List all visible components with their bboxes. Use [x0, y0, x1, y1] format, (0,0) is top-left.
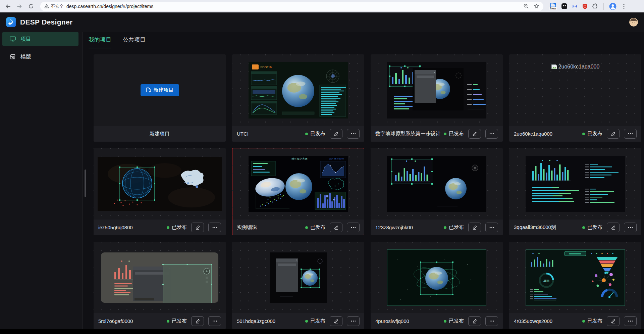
- user-avatar[interactable]: [629, 18, 638, 27]
- edit-button[interactable]: [191, 223, 204, 232]
- new-project-area: 新建项目: [94, 54, 226, 126]
- more-button[interactable]: [347, 223, 360, 232]
- project-card[interactable]: 25% 4r035uowqs2000 已发布: [509, 242, 641, 329]
- card-footer: 3qqaall3m36000测 已发布: [509, 220, 641, 235]
- project-card[interactable]: 4puroslwfjq000 已发布: [371, 242, 503, 329]
- browser-reload-button[interactable]: [26, 2, 36, 11]
- edit-button[interactable]: [191, 316, 204, 326]
- edit-button[interactable]: [468, 223, 481, 232]
- edit-pencil-icon: [334, 225, 339, 230]
- new-project-button[interactable]: 新建项目: [141, 84, 179, 96]
- status-badge: 已发布: [305, 224, 325, 231]
- extensions-puzzle-icon[interactable]: [592, 3, 598, 9]
- more-dots-icon: [489, 133, 494, 135]
- project-card[interactable]: iez505g6q0800 已发布: [94, 148, 226, 235]
- address-bar[interactable]: 不安全 desp.casearth.cn/designer/#/project/…: [40, 2, 543, 11]
- more-button[interactable]: [624, 129, 637, 139]
- more-dots-icon: [489, 227, 494, 228]
- browser-back-button[interactable]: [3, 2, 13, 11]
- project-name: 实例编辑: [237, 224, 303, 231]
- project-thumbnail: [371, 148, 503, 220]
- edit-button[interactable]: [330, 129, 342, 139]
- new-project-card[interactable]: 新建项目 新建项目: [94, 54, 226, 142]
- more-dots-icon: [212, 227, 217, 228]
- store-icon: [10, 54, 16, 59]
- project-card[interactable]: 数字地球原型系统第一步设计 已发布: [371, 54, 503, 142]
- more-button[interactable]: [485, 316, 498, 326]
- sidebar-item-label: 项目: [20, 36, 31, 43]
- reload-icon: [28, 3, 34, 9]
- project-card[interactable]: 5rxl7o6gaf0000 已发布: [94, 242, 226, 329]
- extension-new-tab[interactable]: New: [549, 3, 557, 10]
- more-dots-icon: [628, 133, 633, 135]
- status-badge: 已发布: [167, 318, 187, 324]
- more-button[interactable]: [208, 223, 221, 232]
- more-button[interactable]: [347, 316, 360, 326]
- edit-button[interactable]: [330, 316, 342, 326]
- toolbar-separator: [603, 3, 604, 10]
- published-dot-icon: [305, 320, 308, 323]
- project-name: 数字地球原型系统第一步设计: [375, 131, 441, 137]
- edit-button[interactable]: [468, 316, 481, 326]
- project-card[interactable]: 2uo60kc1aqa000 2uo60kc1aqa000 已发布: [509, 54, 641, 142]
- security-label: 不安全: [51, 3, 64, 9]
- published-dot-icon: [444, 320, 446, 323]
- arrow-right-icon: [16, 3, 22, 9]
- project-thumbnail: [371, 242, 503, 313]
- svg-text:三维可视化大屏: 三维可视化大屏: [289, 157, 308, 160]
- security-status[interactable]: 不安全: [44, 3, 64, 9]
- red-shield-extension-icon[interactable]: [582, 3, 588, 9]
- more-button[interactable]: [485, 129, 498, 139]
- project-name: 3qqaall3m36000测: [514, 224, 580, 231]
- edit-button[interactable]: [468, 129, 481, 139]
- status-badge: 已发布: [444, 224, 464, 231]
- sidebar-item-templates[interactable]: 模版: [2, 50, 78, 64]
- new-project-footer-label: 新建项目: [150, 131, 170, 137]
- project-thumbnail: [232, 242, 364, 313]
- project-card[interactable]: SDG116 UTCI 已发布: [232, 54, 364, 142]
- more-dots-icon: [628, 227, 633, 228]
- edit-pencil-icon: [472, 131, 477, 136]
- bottom-black-bar: [0, 329, 644, 334]
- edit-pencil-icon: [611, 225, 616, 230]
- more-button[interactable]: [208, 316, 221, 326]
- more-button[interactable]: [624, 223, 637, 232]
- new-document-icon: [146, 87, 151, 93]
- bookmark-star-icon[interactable]: [534, 3, 539, 9]
- edit-button[interactable]: [330, 223, 342, 232]
- browser-forward-button[interactable]: [15, 2, 24, 11]
- project-card[interactable]: 3qqaall3m36000测 已发布: [509, 148, 641, 235]
- status-badge: 已发布: [582, 318, 602, 324]
- more-button[interactable]: [347, 129, 360, 139]
- published-dot-icon: [582, 226, 585, 229]
- zoom-out-icon[interactable]: [523, 3, 529, 9]
- svg-text:25%: 25%: [543, 279, 549, 282]
- tab-my-projects[interactable]: 我的项目: [89, 36, 111, 48]
- tab-public-projects[interactable]: 公共项目: [123, 36, 146, 48]
- url-text: desp.casearth.cn/designer/#/project/item…: [66, 4, 521, 9]
- browser-menu-icon[interactable]: [621, 3, 627, 9]
- dark-extension-icon[interactable]: [561, 3, 568, 9]
- published-dot-icon: [305, 133, 308, 135]
- project-card[interactable]: 三维可视化大屏2024-03-19 12:09 实例编辑 已发布: [232, 148, 364, 235]
- status-label: 已发布: [449, 224, 464, 231]
- scrollbar-thumb[interactable]: [85, 170, 86, 197]
- sidebar-item-projects[interactable]: 项目: [2, 32, 78, 46]
- published-dot-icon: [582, 133, 585, 135]
- more-button[interactable]: [485, 223, 498, 232]
- status-label: 已发布: [449, 131, 464, 137]
- broken-image-placeholder: 2uo60kc1aqa000: [509, 64, 641, 70]
- edit-button[interactable]: [607, 223, 620, 232]
- user-avatar-image: [629, 18, 638, 27]
- more-dots-icon: [489, 320, 494, 322]
- project-grid: 新建项目 新建项目 SDG116 UTCI 已发布: [94, 54, 644, 329]
- project-card[interactable]: 123z8gwznjbk00 已发布: [371, 148, 503, 235]
- card-footer: 数字地球原型系统第一步设计 已发布: [371, 126, 503, 142]
- more-button[interactable]: [624, 316, 637, 326]
- edit-button[interactable]: [607, 316, 620, 326]
- status-badge: 已发布: [582, 131, 602, 137]
- project-card[interactable]: 501hdqa3zgc000 已发布: [232, 242, 364, 329]
- edit-button[interactable]: [607, 129, 620, 139]
- profile-avatar-icon[interactable]: [609, 2, 617, 10]
- blue-bowtie-extension-icon[interactable]: [572, 4, 578, 9]
